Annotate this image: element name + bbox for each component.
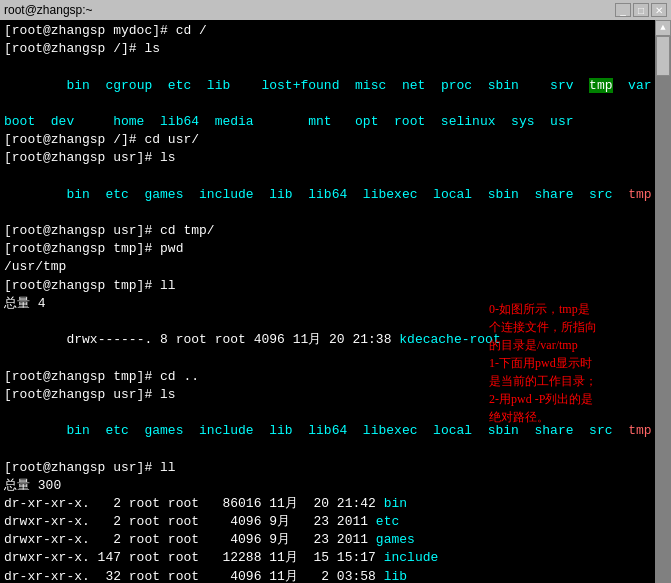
annotation-line-6: 绝对路径。	[489, 408, 649, 426]
include-text: include	[199, 187, 254, 202]
annotation: 0-如图所示，tmp是 个连接文件，所指向 的目录是/var/tmp 1-下面用…	[489, 300, 649, 426]
ls-output: bin etc games	[66, 423, 199, 438]
titlebar: root@zhangsp:~ _ □ ✕	[0, 0, 671, 20]
annotation-line-2: 的目录是/var/tmp	[489, 336, 649, 354]
annotation-line-1: 个连接文件，所指向	[489, 318, 649, 336]
terminal-line: bin cgroup etc lib lost+found misc net p…	[4, 58, 653, 113]
scroll-thumb[interactable]	[656, 36, 670, 76]
terminal-line: [root@zhangsp mydoc]# cd /	[4, 22, 653, 40]
annotation-line-0: 0-如图所示，tmp是	[489, 300, 649, 318]
terminal-window: root@zhangsp:~ _ □ ✕ [root@zhangsp mydoc…	[0, 0, 671, 583]
ls-output: bin cgroup etc lib lost+found misc net p…	[66, 78, 589, 93]
terminal-title: root@zhangsp:~	[4, 3, 93, 17]
terminal-line: bin etc games include lib lib64 libexec …	[4, 168, 653, 223]
minimize-button[interactable]: _	[615, 3, 631, 17]
ls-output: var	[613, 78, 652, 93]
annotation-line-3: 1-下面用pwd显示时	[489, 354, 649, 372]
terminal-line: [root@zhangsp /]# ls	[4, 40, 653, 58]
terminal-line: 总量 300	[4, 477, 653, 495]
scroll-track[interactable]	[655, 36, 671, 583]
scrollbar[interactable]: ▲ ▼	[655, 20, 671, 583]
terminal-line: [root@zhangsp usr]# cd tmp/	[4, 222, 653, 240]
window-controls: _ □ ✕	[615, 3, 667, 17]
terminal-line: drwxr-xr-x. 2 root root 4096 9月 23 2011 …	[4, 513, 653, 531]
annotation-line-5: 2-用pwd -P列出的是	[489, 390, 649, 408]
tmp-highlight: tmp	[589, 78, 612, 93]
close-button[interactable]: ✕	[651, 3, 667, 17]
terminal-line: dr-xr-xr-x. 32 root root 4096 11月 2 03:5…	[4, 568, 653, 583]
maximize-button[interactable]: □	[633, 3, 649, 17]
annotation-line-4: 是当前的工作目录；	[489, 372, 649, 390]
terminal-line: [root@zhangsp /]# cd usr/	[4, 131, 653, 149]
terminal-line: dr-xr-xr-x. 2 root root 86016 11月 20 21:…	[4, 495, 653, 513]
terminal-line: [root@zhangsp usr]# ls	[4, 149, 653, 167]
terminal-line: boot dev home lib64 media mnt opt root s…	[4, 113, 653, 131]
ls-output: lib lib64 libexec local sbin share src	[254, 187, 628, 202]
scroll-up-button[interactable]: ▲	[655, 20, 671, 36]
ls-output: bin etc games	[66, 187, 199, 202]
terminal-line: [root@zhangsp usr]# ll	[4, 459, 653, 477]
terminal-line: [root@zhangsp tmp]# ll	[4, 277, 653, 295]
terminal-line: drwxr-xr-x. 2 root root 4096 9月 23 2011 …	[4, 531, 653, 549]
tmp-red: tmp	[628, 187, 651, 202]
include-text: include	[199, 423, 254, 438]
terminal-body: [root@zhangsp mydoc]# cd / [root@zhangsp…	[0, 20, 671, 583]
terminal-line: /usr/tmp	[4, 258, 653, 276]
terminal-line: [root@zhangsp tmp]# pwd	[4, 240, 653, 258]
terminal-line: drwxr-xr-x. 147 root root 12288 11月 15 1…	[4, 549, 653, 567]
